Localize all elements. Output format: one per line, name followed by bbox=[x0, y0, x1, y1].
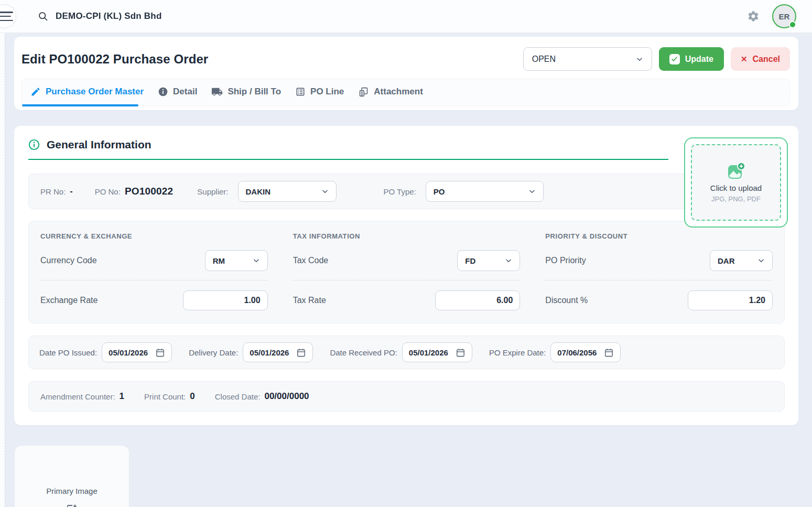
general-information-card: General Information Click to upload JPG,… bbox=[14, 126, 798, 425]
pen-icon bbox=[30, 87, 41, 97]
date-value: 07/06/2056 bbox=[557, 348, 597, 357]
tab-bar: Purchase Order Master Detail Ship / Bill… bbox=[21, 79, 790, 106]
cancel-button[interactable]: ✕ Cancel bbox=[731, 47, 790, 71]
tax-code-select[interactable]: FD bbox=[457, 250, 520, 271]
tax-information-column: TAX INFORMATION Tax Code FD Tax Rate bbox=[293, 232, 521, 310]
date-value: 05/01/2026 bbox=[250, 348, 289, 357]
attachment-icon bbox=[358, 87, 369, 98]
search-icon[interactable] bbox=[38, 11, 48, 21]
closed-date: Closed Date: 00/00/0000 bbox=[215, 391, 309, 402]
avatar-initials: ER bbox=[779, 12, 790, 21]
tab-label: Detail bbox=[173, 87, 197, 97]
exchange-rate-label: Exchange Rate bbox=[40, 296, 98, 305]
supplier-label: Supplier: bbox=[197, 187, 228, 196]
supplier-select[interactable]: DAKIN bbox=[238, 181, 337, 202]
primary-image-label: Primary Image bbox=[46, 487, 98, 495]
delivery-date-picker[interactable]: 05/01/2026 bbox=[243, 342, 313, 362]
amendment-counter-label: Amendment Counter: bbox=[40, 392, 115, 401]
primary-image-card[interactable]: Primary Image bbox=[14, 445, 129, 507]
amendment-counter: Amendment Counter: 1 bbox=[40, 391, 124, 402]
main-content: Edit PO100022 Purchase Order OPEN Update… bbox=[0, 33, 812, 507]
currency-tax-priority-row: CURRENCY & EXCHANGE Currency Code RM Exc… bbox=[28, 221, 785, 323]
tab-attachment[interactable]: Attachment bbox=[358, 87, 423, 98]
discount-label: Discount % bbox=[545, 296, 588, 305]
list-icon bbox=[295, 87, 306, 97]
print-count-label: Print Count: bbox=[144, 392, 186, 401]
pr-no-value: - bbox=[70, 187, 72, 196]
section-divider bbox=[28, 159, 668, 160]
chevron-down-icon bbox=[636, 56, 643, 63]
upload-dropzone[interactable]: Click to upload JPG, PNG, PDF bbox=[684, 137, 788, 228]
chevron-down-icon bbox=[528, 188, 536, 195]
column-heading: TAX INFORMATION bbox=[293, 232, 521, 240]
delivery-date-label: Delivery Date: bbox=[189, 348, 238, 357]
tab-label: Attachment bbox=[374, 87, 423, 97]
date-received-po-label: Date Received PO: bbox=[330, 348, 397, 357]
tab-po-line[interactable]: PO Line bbox=[295, 87, 344, 97]
tab-detail[interactable]: Detail bbox=[158, 87, 197, 97]
po-priority-label: PO Priority bbox=[545, 256, 586, 265]
gear-icon[interactable] bbox=[747, 10, 760, 23]
divider bbox=[40, 280, 268, 281]
company-name: DEMO-CPI (KL) Sdn Bhd bbox=[56, 11, 162, 21]
update-button[interactable]: Update bbox=[659, 47, 724, 71]
avatar[interactable]: ER bbox=[772, 4, 796, 28]
truck-icon bbox=[211, 86, 223, 98]
page-title: Edit PO100022 Purchase Order bbox=[21, 52, 208, 67]
date-po-issued-field: Date PO Issued: 05/01/2026 bbox=[39, 342, 172, 362]
date-po-issued-picker[interactable]: 05/01/2026 bbox=[102, 342, 172, 362]
closed-date-value: 00/00/0000 bbox=[264, 391, 309, 402]
hamburger-icon bbox=[0, 12, 13, 24]
po-no-label: PO No: bbox=[95, 187, 121, 196]
delivery-date-field: Delivery Date: 05/01/2026 bbox=[189, 342, 313, 362]
po-no-value: PO100022 bbox=[125, 186, 173, 197]
column-heading: CURRENCY & EXCHANGE bbox=[40, 232, 268, 240]
close-icon: ✕ bbox=[741, 55, 748, 64]
currency-code-label: Currency Code bbox=[40, 256, 97, 265]
print-count: Print Count: 0 bbox=[144, 391, 195, 402]
po-type-select-value: PO bbox=[434, 187, 445, 196]
calendar-icon bbox=[296, 348, 306, 358]
cancel-button-label: Cancel bbox=[753, 55, 780, 64]
date-received-po-picker[interactable]: 05/01/2026 bbox=[402, 342, 472, 362]
status-select[interactable]: OPEN bbox=[523, 47, 652, 71]
discount-input[interactable] bbox=[688, 290, 773, 310]
tax-code-label: Tax Code bbox=[293, 256, 329, 265]
status-select-value: OPEN bbox=[532, 55, 556, 64]
dates-row: Date PO Issued: 05/01/2026 Delivery Date… bbox=[28, 336, 785, 369]
pr-no-label: PR No: bbox=[40, 187, 66, 196]
po-expire-date-label: PO Expire Date: bbox=[489, 348, 546, 357]
chevron-down-icon bbox=[757, 257, 765, 264]
po-expire-date-picker[interactable]: 07/06/2056 bbox=[550, 342, 621, 362]
topbar: DEMO-CPI (KL) Sdn Bhd ER bbox=[0, 0, 812, 33]
amendment-counter-value: 1 bbox=[120, 391, 124, 402]
chevron-down-icon bbox=[321, 188, 329, 195]
section-title: General Information bbox=[47, 138, 151, 151]
collapsed-sidebar-rail bbox=[0, 0, 5, 507]
po-type-select[interactable]: PO bbox=[426, 181, 544, 202]
counters-row: Amendment Counter: 1 Print Count: 0 Clos… bbox=[28, 381, 785, 412]
date-value: 05/01/2026 bbox=[109, 348, 148, 357]
calendar-icon bbox=[155, 348, 165, 358]
date-po-issued-label: Date PO Issued: bbox=[39, 348, 97, 357]
priority-discount-column: PRIORITY & DISCOUNT PO Priority DAR Disc… bbox=[545, 232, 773, 310]
exchange-rate-input[interactable] bbox=[183, 290, 268, 310]
date-value: 05/01/2026 bbox=[409, 348, 448, 357]
upload-label: Click to upload bbox=[710, 184, 762, 192]
check-icon bbox=[669, 54, 680, 64]
calendar-icon bbox=[456, 348, 465, 358]
image-plus-icon bbox=[66, 503, 78, 507]
closed-date-label: Closed Date: bbox=[215, 392, 261, 401]
tax-rate-input[interactable] bbox=[435, 290, 520, 310]
tax-rate-label: Tax Rate bbox=[293, 296, 326, 305]
currency-code-select[interactable]: RM bbox=[205, 250, 268, 271]
tab-purchase-order-master[interactable]: Purchase Order Master bbox=[30, 87, 144, 97]
update-button-label: Update bbox=[685, 55, 713, 64]
divider bbox=[545, 280, 773, 281]
po-priority-select[interactable]: DAR bbox=[710, 250, 773, 271]
upload-filetypes: JPG, PNG, PDF bbox=[711, 195, 761, 203]
column-heading: PRIORITY & DISCOUNT bbox=[545, 232, 773, 240]
info-icon bbox=[28, 139, 40, 150]
po-type-label: PO Type: bbox=[384, 187, 416, 196]
tab-ship-bill-to[interactable]: Ship / Bill To bbox=[211, 86, 281, 98]
